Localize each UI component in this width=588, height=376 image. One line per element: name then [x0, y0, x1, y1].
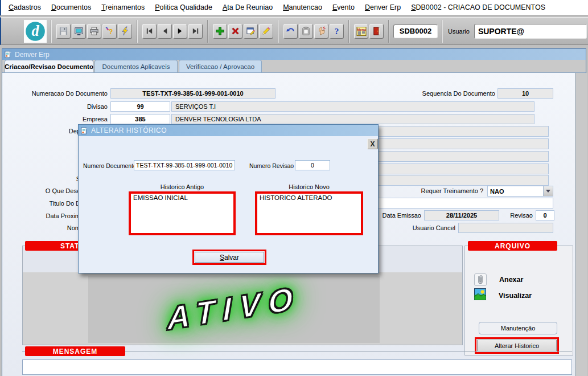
menu-politica-qualidade[interactable]: Politica Qualidade [150, 3, 217, 11]
divisao-code-field[interactable]: 99 [110, 101, 170, 112]
usuario-cancel-field [458, 223, 553, 233]
menu-manutencao[interactable]: Manutencao [278, 3, 327, 11]
mensagem-banner: MENSAGEM [25, 346, 125, 356]
print-icon [89, 26, 99, 36]
historico-antigo-label: Historico Antigo [129, 183, 236, 190]
toolbar-separator [207, 20, 208, 43]
add-button[interactable] [213, 24, 227, 39]
menu-documentos[interactable]: Documentos [46, 3, 96, 11]
menu-ata-de-reuniao[interactable]: Ata De Reuniao [217, 3, 278, 11]
menu-denver-erp[interactable]: Denver Erp [360, 3, 406, 11]
data-emissao-label: Data Emissao [378, 212, 421, 219]
usuario-field[interactable]: SUPORTE@ [474, 24, 587, 39]
arquivo-groupbox: Anexar Visualizar Manutenção Alterar His… [464, 246, 573, 355]
nav-next-button[interactable] [173, 24, 187, 39]
numero-documento-label: Numero Documento [83, 162, 137, 169]
menu-cadastros[interactable]: Cadastros [3, 3, 46, 11]
exit-button[interactable] [369, 24, 384, 39]
save-button[interactable] [56, 24, 71, 39]
document-icon [81, 127, 88, 134]
numeracao-documento-label: Numeracao Do Documento [22, 90, 108, 97]
menu-evento[interactable]: Evento [327, 3, 360, 11]
data-proxima-label-truncated: Data Proxim [2, 212, 80, 219]
svg-text:Menu: Menu [357, 27, 366, 31]
revisao-field[interactable]: 0 [536, 210, 554, 220]
numero-documento-field[interactable]: TEST-TXT-99-385-01-999-001-0010 [134, 160, 235, 170]
edit-form-button[interactable] [244, 24, 258, 39]
paste-icon [301, 26, 311, 36]
wizard-help-button[interactable]: ? [102, 24, 117, 39]
status-watermark-box: ATIVO [88, 276, 380, 343]
anexar-action[interactable]: Anexar [474, 273, 523, 286]
menu-sdb0002-criacao-documentos[interactable]: SDB0002 - CRIACAO DE DOCUMENTOS [406, 3, 550, 11]
lightning-button[interactable] [118, 24, 132, 39]
hand-options-icon [316, 26, 326, 36]
arquivo-banner: ARQUIVO [468, 241, 557, 251]
tab-criacao-revisao-documento[interactable]: Criacao/Revisao Documento [5, 60, 93, 72]
pencil-button[interactable] [259, 24, 273, 39]
numeracao-documento-field: TEST-TXT-99-385-01-999-001-0010 [110, 88, 276, 99]
tab-strip: Criacao/Revisao Documento Documentos Apl… [2, 60, 586, 72]
data-emissao-field: 28/11/2025 [424, 210, 499, 220]
o-que-descreve-label-truncated: O Que Dese [2, 187, 80, 194]
requer-treinamento-dropdown[interactable]: NAO [487, 186, 553, 197]
denver-logo: d [24, 20, 47, 43]
nav-first-icon [145, 27, 154, 35]
empresa-descricao-field: DENVER TECNOLOGIA LTDA [171, 114, 534, 124]
nav-prev-icon [161, 27, 169, 35]
nav-first-button[interactable] [142, 24, 157, 39]
manutencao-button[interactable]: Manutenção [479, 322, 557, 334]
setor-label-truncated: S [2, 175, 80, 182]
usuario-cancel-label: Usuario Cancel [395, 224, 455, 231]
menu-treinamentos[interactable]: Treinamentos [96, 3, 150, 11]
nav-prev-button[interactable] [158, 24, 172, 39]
mensagem-field[interactable] [22, 359, 572, 375]
nav-last-button[interactable] [188, 24, 203, 39]
menu-button[interactable]: Menu [354, 24, 368, 39]
wizard-help-icon: ? [105, 26, 114, 36]
delete-button[interactable] [228, 24, 242, 39]
numero-revisao-field[interactable]: 0 [295, 160, 330, 170]
toolbar-group-actions: ? [283, 24, 344, 39]
alterar-historico-dialog: ALTERAR HISTÓRICO X Numero Documento TES… [78, 124, 379, 273]
sequencia-documento-label: Sequencia Do Documento [401, 90, 495, 97]
paperclip-icon [474, 273, 487, 286]
toolbar-group-edit [212, 24, 274, 39]
tab-verificacao-aprovacao[interactable]: Verificacao / Aprovacao [179, 60, 262, 72]
historico-novo-textarea[interactable]: HISTORICO ALTERADO [255, 191, 363, 235]
undo-icon [286, 26, 295, 36]
salvar-button[interactable]: Salvar [195, 252, 264, 263]
hand-options-button[interactable] [314, 24, 328, 39]
alterar-historico-button[interactable]: Alterar Historico [477, 340, 557, 352]
toolbar: d ? [0, 17, 588, 45]
toolbar-separator [442, 20, 443, 43]
visualizar-action[interactable]: Visualizar [474, 288, 532, 303]
numero-revisao-label: Numero Revisao [249, 162, 294, 169]
chevron-down-icon[interactable] [543, 186, 553, 196]
delete-icon [231, 26, 240, 36]
toolbar-group-file: ? [56, 24, 133, 39]
image-icon [474, 288, 486, 303]
program-code-field[interactable]: SDB0002 [393, 24, 438, 38]
exit-door-icon [372, 26, 381, 36]
tab-documentos-aplicaveis[interactable]: Documentos Aplicaveis [94, 60, 178, 72]
undo-button[interactable] [283, 24, 298, 39]
toolbar-separator [51, 20, 52, 43]
empresa-code-field[interactable]: 385 [110, 114, 170, 124]
historico-antigo-textarea[interactable]: EMISSAO INICIAL [129, 191, 236, 235]
print-button[interactable] [87, 24, 101, 39]
status-ativo-watermark: ATIVO [93, 267, 375, 349]
close-button[interactable]: X [367, 138, 378, 149]
help-button[interactable]: ? [330, 24, 344, 39]
visualizar-label: Visualizar [499, 292, 532, 300]
svg-text:d: d [31, 23, 39, 39]
salvar-highlight: Salvar [192, 250, 266, 265]
toolbar-group-nav [142, 24, 203, 39]
preview-button[interactable] [72, 24, 86, 39]
paste-button[interactable] [299, 24, 313, 39]
menu-icon: Menu [356, 26, 367, 36]
sequencia-documento-field: 10 [497, 88, 553, 99]
divisao-label: Divisao [51, 103, 108, 110]
revisao-label: Revisao [500, 212, 533, 219]
toolbar-separator [388, 20, 389, 43]
